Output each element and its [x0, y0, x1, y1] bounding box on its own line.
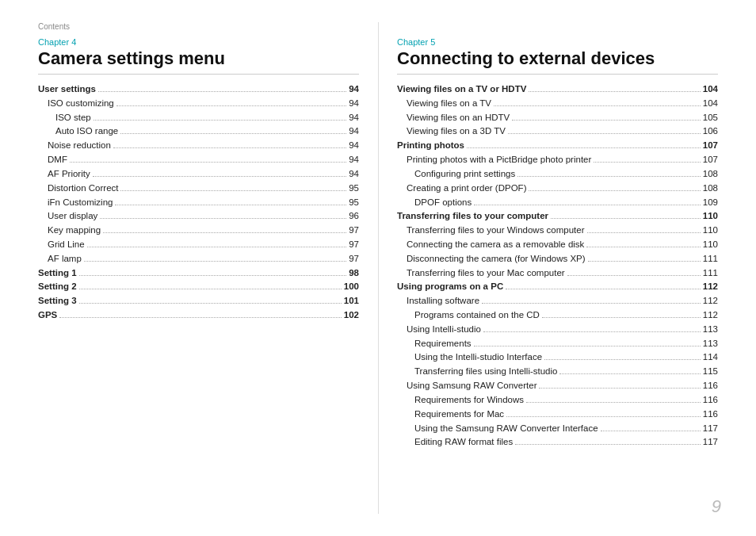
toc-entry-label: Distortion Correct: [48, 182, 118, 196]
toc-dots: [551, 218, 701, 219]
toc-entry: ISO step94: [38, 111, 359, 125]
toc-dots: [103, 232, 346, 233]
toc-entry-label: Printing photos: [397, 139, 464, 153]
toc-dots: [113, 147, 346, 148]
toc-entry-label: Viewing files on a TV: [407, 97, 491, 111]
toc-entry: Transferring files to your Mac computer1…: [397, 266, 718, 281]
toc-dots: [84, 261, 346, 262]
toc-entry: Connecting the camera as a removable dis…: [397, 238, 718, 252]
toc-entry-page: 94: [349, 82, 359, 97]
toc-entry-page: 113: [703, 323, 718, 337]
toc-entry-label: GPS: [38, 308, 57, 323]
toc-dots: [508, 133, 701, 134]
toc-entry-page: 116: [703, 379, 718, 393]
toc-entry-page: 94: [349, 124, 359, 139]
toc-entry-label: Editing RAW format files: [414, 435, 513, 450]
toc-entry-page: 101: [344, 294, 359, 308]
toc-entry: User settings94: [38, 82, 359, 97]
toc-dots: [467, 147, 701, 148]
toc-entry: Using the Samsung RAW Converter Interfac…: [397, 422, 718, 436]
toc-entry: Editing RAW format files117: [397, 435, 718, 450]
toc-entry: Transferring files to your computer110: [397, 209, 718, 224]
toc-entry: Printing photos107: [397, 139, 718, 153]
toc-dots: [544, 359, 701, 360]
toc-entry-page: 105: [703, 111, 718, 125]
toc-entry-label: Using the Intelli-studio Interface: [414, 350, 542, 365]
chapter-label-right: Chapter 5: [397, 37, 718, 47]
toc-dots: [115, 205, 346, 205]
toc-entry-label: Setting 3: [38, 294, 77, 308]
toc-entry-label: Key mapping: [48, 224, 101, 238]
toc-entry-page: 96: [349, 209, 359, 224]
toc-entry: Programs contained on the CD112: [397, 308, 718, 323]
toc-entry-label: Installing software: [407, 294, 479, 308]
toc-dots: [116, 105, 346, 106]
toc-dots: [494, 105, 701, 106]
toc-entry: Using programs on a PC112: [397, 280, 718, 294]
toc-entry-label: Using the Samsung RAW Converter Interfac…: [414, 422, 598, 436]
toc-entry: Viewing files on a TV104: [397, 97, 718, 111]
toc-entry-label: Viewing files on a 3D TV: [407, 124, 506, 139]
toc-dots: [474, 346, 701, 346]
toc-dots: [98, 91, 346, 92]
toc-entry-label: Using programs on a PC: [397, 280, 503, 294]
toc-entry: Transferring files to your Windows compu…: [397, 224, 718, 238]
toc-entry-label: Using Samsung RAW Converter: [407, 379, 536, 393]
toc-entry-label: Creating a print order (DPOF): [407, 182, 526, 196]
toc-entry-page: 97: [349, 252, 359, 266]
toc-entry-label: Transferring files to your Mac computer: [407, 266, 565, 281]
chapter-label-left: Chapter 4: [38, 37, 359, 47]
toc-entry-page: 110: [703, 209, 718, 224]
toc-dots: [588, 261, 701, 262]
toc-entry-label: Auto ISO range: [55, 124, 118, 139]
toc-entry-page: 115: [703, 365, 718, 379]
toc-entry-label: Requirements for Mac: [414, 408, 504, 422]
toc-entry-label: Connecting the camera as a removable dis…: [407, 238, 584, 252]
toc-entry: Auto ISO range94: [38, 124, 359, 139]
toc-entry-page: 95: [349, 196, 359, 210]
toc-dots: [529, 91, 700, 92]
page: Contents Chapter 4 Camera settings menu …: [0, 0, 756, 536]
toc-entry: Using the Intelli-studio Interface114: [397, 350, 718, 365]
toc-entry-label: Setting 2: [38, 280, 77, 294]
toc-entry: Creating a print order (DPOF)108: [397, 182, 718, 196]
toc-dots: [559, 373, 700, 374]
toc-entry-page: 112: [703, 308, 718, 323]
toc-dots: [517, 176, 701, 177]
toc-entry: Configuring print settings108: [397, 167, 718, 182]
toc-entry-page: 94: [349, 97, 359, 111]
toc-entry-page: 98: [349, 266, 359, 281]
toc-entry-label: Noise reduction: [48, 139, 111, 153]
toc-entry-page: 110: [703, 224, 718, 238]
toc-entry: Printing photos with a PictBridge photo …: [397, 153, 718, 167]
toc-dots: [93, 176, 347, 177]
toc-dots: [601, 431, 701, 431]
toc-entry-page: 94: [349, 111, 359, 125]
toc-entry: Installing software112: [397, 294, 718, 308]
toc-entry: Distortion Correct95: [38, 182, 359, 196]
page-number: 9: [712, 496, 721, 517]
toc-dots: [79, 289, 342, 289]
toc-entry-page: 111: [703, 266, 718, 281]
toc-entry-label: DMF: [48, 153, 67, 167]
toc-entry-label: Disconnecting the camera (for Windows XP…: [407, 252, 586, 266]
toc-entry-label: Viewing files on an HDTV: [407, 111, 510, 125]
toc-entry-page: 113: [703, 337, 718, 351]
toc-entry-page: 116: [703, 408, 718, 422]
toc-entry: AF lamp97: [38, 252, 359, 266]
toc-dots: [474, 205, 701, 205]
toc-entry: iFn Customizing95: [38, 196, 359, 210]
toc-dots: [567, 275, 701, 276]
toc-entry: Disconnecting the camera (for Windows XP…: [397, 252, 718, 266]
toc-dots: [59, 317, 342, 318]
toc-entry-label: User settings: [38, 82, 96, 97]
toc-entry-page: 117: [703, 435, 718, 450]
toc-dots: [79, 275, 347, 276]
toc-entry-page: 110: [703, 238, 718, 252]
toc-dots: [506, 416, 701, 417]
toc-entry-page: 108: [703, 167, 718, 182]
toc-entry-page: 94: [349, 167, 359, 182]
toc-entry: Requirements113: [397, 337, 718, 351]
toc-entry-page: 94: [349, 139, 359, 153]
toc-dots: [542, 317, 701, 318]
